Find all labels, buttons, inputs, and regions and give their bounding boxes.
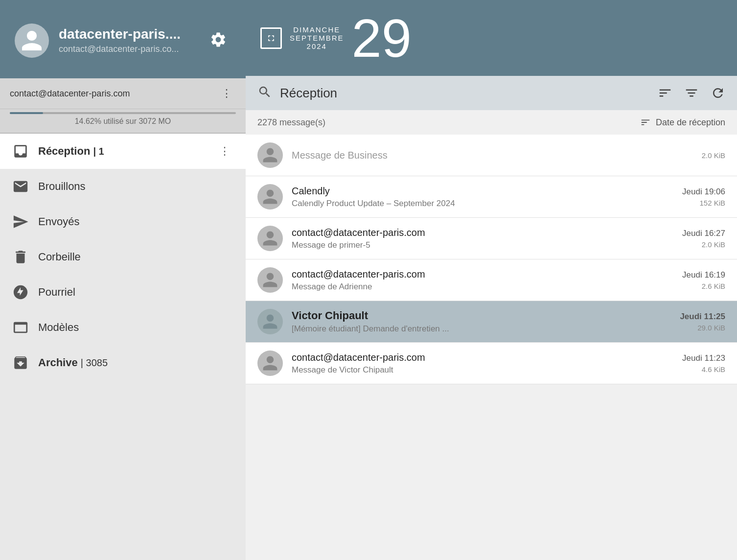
date-text: DIMANCHE SEPTEMBRE 2024: [290, 25, 344, 50]
message-sender: Calendly: [292, 186, 673, 197]
sidebar-item-envoyes[interactable]: Envoyés: [0, 204, 246, 239]
avatar: [257, 142, 283, 168]
message-size: 152 KiB: [699, 199, 725, 207]
message-item[interactable]: contact@datacenter-paris.com Message de …: [246, 218, 737, 259]
folder-label-modeles: Modèles: [38, 321, 234, 334]
month: SEPTEMBRE: [290, 34, 344, 42]
message-subject: [Mémoire étudiant] Demande d'entretien .…: [292, 324, 671, 334]
settings-button[interactable]: [206, 27, 231, 54]
message-time: Jeudi 16:19: [682, 270, 725, 280]
storage-fill: [10, 112, 43, 114]
trash-icon: [12, 248, 29, 266]
spam-icon: [12, 283, 29, 301]
day-name: DIMANCHE: [293, 25, 340, 34]
account-name: datacenter-paris....: [59, 26, 196, 42]
message-body: Calendly Calendly Product Update – Septe…: [292, 186, 673, 209]
sidebar-item-brouillons[interactable]: Brouillons: [0, 169, 246, 204]
sent-icon: [12, 213, 29, 231]
account-bar-email: contact@datacenter-paris.com: [10, 89, 130, 99]
sort-label[interactable]: Date de réception: [640, 117, 725, 128]
message-subject: Message de Victor Chipault: [292, 365, 673, 375]
template-icon: [12, 319, 29, 336]
sidebar-item-corbeille[interactable]: Corbeille: [0, 239, 246, 275]
message-sender: contact@datacenter-paris.com: [292, 352, 673, 363]
avatar: [257, 350, 283, 376]
message-meta: 2.0 KiB: [702, 151, 725, 160]
sort-button[interactable]: [684, 86, 699, 100]
message-item[interactable]: Message de Business 2.0 KiB: [246, 135, 737, 176]
account-bar: contact@datacenter-paris.com ⋮: [0, 78, 246, 109]
message-subject: Message de Adrienne: [292, 282, 673, 292]
message-body: Victor Chipault [Mémoire étudiant] Deman…: [292, 309, 671, 334]
sidebar-header: datacenter-paris.... contact@datacenter-…: [0, 0, 246, 78]
sidebar-item-reception[interactable]: Réception | 1 ⋮: [0, 134, 246, 169]
folder-label-archive: Archive | 3085: [38, 356, 234, 369]
storage-bar: [10, 112, 236, 114]
refresh-button[interactable]: [711, 86, 725, 100]
message-size: 29.0 KiB: [697, 324, 725, 332]
sidebar-item-modeles[interactable]: Modèles: [0, 310, 246, 345]
search-input[interactable]: [280, 86, 650, 101]
message-body: contact@datacenter-paris.com Message de …: [292, 352, 673, 375]
sidebar: datacenter-paris.... contact@datacenter-…: [0, 0, 246, 560]
avatar: [257, 226, 283, 251]
message-size: 2.6 KiB: [702, 282, 725, 290]
message-size: 2.0 KiB: [702, 151, 725, 160]
message-time: Jeudi 11:23: [682, 353, 725, 363]
message-size: 4.6 KiB: [702, 365, 725, 373]
storage-container: 14.62% utilisé sur 3072 MO: [0, 109, 246, 134]
day-number: 29: [352, 11, 412, 65]
main-area: DIMANCHE SEPTEMBRE 2024 29 2278 message(…: [246, 0, 737, 560]
sidebar-item-archive[interactable]: Archive | 3085: [0, 345, 246, 380]
message-time: Jeudi 19:06: [682, 187, 725, 197]
folder-label-brouillons: Brouillons: [38, 180, 234, 193]
message-subject: Message de primer-5: [292, 240, 673, 250]
message-body: contact@datacenter-paris.com Message de …: [292, 227, 673, 250]
message-meta: Jeudi 11:23 4.6 KiB: [682, 353, 725, 373]
archive-icon: [12, 354, 29, 372]
search-bar: [246, 76, 737, 110]
message-meta: Jeudi 11:25 29.0 KiB: [680, 312, 725, 332]
message-subject: Calendly Product Update – September 2024: [292, 199, 673, 209]
date-section: DIMANCHE SEPTEMBRE 2024 29: [260, 11, 412, 65]
folder-label-corbeille: Corbeille: [38, 251, 234, 263]
message-time: Jeudi 11:25: [680, 312, 725, 322]
avatar: [15, 23, 49, 58]
folder-label-pourriel: Pourriel: [38, 286, 234, 299]
message-list: Message de Business 2.0 KiB Calendly Cal…: [246, 135, 737, 560]
message-item[interactable]: Calendly Calendly Product Update – Septe…: [246, 176, 737, 218]
message-meta: Jeudi 16:19 2.6 KiB: [682, 270, 725, 290]
account-more-button[interactable]: ⋮: [217, 85, 236, 102]
message-sender: Message de Business: [292, 150, 693, 161]
folder-more-reception[interactable]: ⋮: [215, 143, 234, 160]
filter-button[interactable]: [658, 86, 672, 100]
year: 2024: [307, 42, 327, 50]
message-count: 2278 message(s): [257, 117, 325, 128]
account-email: contact@datacenter-paris.co...: [59, 44, 196, 54]
top-bar: DIMANCHE SEPTEMBRE 2024 29: [246, 0, 737, 76]
message-sender: Victor Chipault: [292, 309, 671, 322]
message-meta: Jeudi 16:27 2.0 KiB: [682, 229, 725, 249]
search-icon: [257, 85, 272, 101]
folder-label-envoyes: Envoyés: [38, 215, 234, 228]
avatar: [257, 309, 283, 334]
message-item[interactable]: contact@datacenter-paris.com Message de …: [246, 343, 737, 384]
message-size: 2.0 KiB: [702, 240, 725, 249]
avatar: [257, 267, 283, 293]
folder-label-reception: Réception | 1: [38, 145, 207, 158]
message-time: Jeudi 16:27: [682, 229, 725, 238]
inbox-icon: [12, 142, 29, 160]
draft-icon: [12, 178, 29, 195]
message-sender: contact@datacenter-paris.com: [292, 269, 673, 280]
message-item-selected[interactable]: Victor Chipault [Mémoire étudiant] Deman…: [246, 301, 737, 343]
message-body: contact@datacenter-paris.com Message de …: [292, 269, 673, 292]
storage-text: 14.62% utilisé sur 3072 MO: [10, 117, 236, 126]
folder-list: Réception | 1 ⋮ Brouillons Envoyés Corbe…: [0, 134, 246, 560]
message-item[interactable]: contact@datacenter-paris.com Message de …: [246, 259, 737, 301]
message-list-header: 2278 message(s) Date de réception: [246, 110, 737, 135]
sidebar-item-pourriel[interactable]: Pourriel: [0, 275, 246, 310]
avatar: [257, 184, 283, 210]
message-body: Message de Business: [292, 150, 693, 161]
expand-icon[interactable]: [260, 27, 282, 49]
toolbar-icons: [658, 86, 725, 100]
